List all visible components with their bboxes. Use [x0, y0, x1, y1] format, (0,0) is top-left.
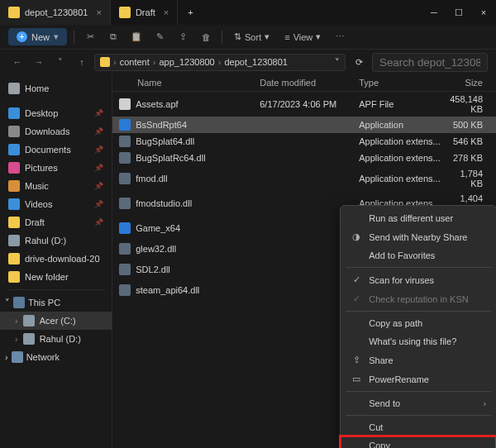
chevron-right-icon: ›: [113, 57, 117, 67]
context-item[interactable]: Run as different user: [341, 209, 496, 227]
share-button[interactable]: ⇪: [174, 28, 192, 46]
vid-icon: [8, 198, 20, 210]
back-button[interactable]: ←: [8, 53, 26, 71]
file-size: 546 KB: [450, 136, 489, 146]
file-row[interactable]: BugSplat64.dllApplication extens...546 K…: [112, 133, 496, 150]
sidebar-home[interactable]: Home: [0, 79, 112, 98]
cut-button[interactable]: ✂: [81, 28, 99, 46]
toolbar: + New ▾ ✂ ⧉ 📋 ✎ ⇪ 🗑 ⇅ Sort ▾ ≡ View ▾ ⋯: [0, 25, 496, 50]
file-name: fmodstudio.dll: [136, 198, 192, 208]
col-date[interactable]: Date modified: [260, 78, 359, 88]
sidebar-network[interactable]: › Network: [0, 348, 112, 366]
file-size: 1,784 KB: [450, 169, 489, 188]
sidebar-item[interactable]: Documents📌: [0, 141, 112, 159]
context-item[interactable]: What's using this file?: [341, 332, 496, 350]
file-icon: [119, 136, 131, 147]
context-item[interactable]: Copy as path: [341, 314, 496, 332]
context-item[interactable]: ◑Send with Nearby Share: [341, 227, 496, 246]
file-row[interactable]: BugSplatRc64.dllApplication extens...278…: [112, 150, 496, 166]
sidebar-drive[interactable]: ›Acer (C:): [0, 312, 112, 330]
sidebar-item[interactable]: Downloads📌: [0, 122, 112, 141]
context-item[interactable]: ✓Scan for viruses: [341, 270, 496, 289]
view-icon: ≡: [284, 32, 289, 42]
crumb[interactable]: depot_1230801: [224, 57, 287, 67]
crumb[interactable]: content: [120, 57, 150, 67]
sidebar-item[interactable]: Pictures📌: [0, 159, 112, 177]
context-item[interactable]: ▭PowerRename: [341, 369, 496, 388]
new-tab-button[interactable]: +: [178, 0, 203, 25]
close-icon[interactable]: ×: [164, 7, 169, 17]
delete-button[interactable]: 🗑: [197, 28, 215, 46]
col-size[interactable]: Size: [450, 78, 489, 88]
sidebar-item[interactable]: Music📌: [0, 177, 112, 195]
tab-draft[interactable]: Draft ×: [111, 0, 178, 25]
recent-button[interactable]: ˅: [51, 53, 69, 71]
context-item[interactable]: Copy: [341, 436, 496, 448]
sidebar-label: Rahul (D:): [40, 334, 81, 344]
more-button[interactable]: ⋯: [331, 28, 349, 46]
chevron-right-icon: ›: [153, 57, 156, 67]
address-bar: ← → ˅ ↑ › content › app_1230800 › depot_…: [0, 50, 496, 74]
file-row[interactable]: BsSndRpt64Application500 KB: [112, 117, 496, 133]
menu-label: Scan for viruses: [369, 275, 434, 285]
new-button[interactable]: + New ▾: [8, 28, 67, 45]
sidebar-item[interactable]: drive-download-20: [0, 250, 112, 268]
view-button[interactable]: ≡ View ▾: [279, 29, 326, 45]
sidebar-item[interactable]: New folder: [0, 268, 112, 286]
tab-label: Draft: [136, 7, 155, 17]
file-name: glew32.dll: [136, 244, 176, 254]
paste-button[interactable]: 📋: [127, 28, 145, 46]
view-label: View: [293, 32, 313, 42]
tab-depot[interactable]: depot_1230801 ×: [0, 0, 111, 25]
tab-label: depot_1230801: [25, 7, 88, 17]
sidebar-item[interactable]: Videos📌: [0, 195, 112, 213]
fold-icon: [8, 217, 20, 228]
crumb[interactable]: app_1230800: [159, 57, 214, 67]
close-icon[interactable]: ×: [96, 7, 101, 17]
context-item[interactable]: Add to Favorites: [341, 246, 496, 265]
sidebar-thispc[interactable]: ˅ This PC: [0, 293, 112, 312]
search-input[interactable]: [372, 53, 488, 72]
chevron-right-icon: ›: [218, 57, 222, 67]
sidebar-item[interactable]: Rahul (D:): [0, 231, 112, 250]
file-row[interactable]: fmod.dllApplication extens...1,784 KB: [112, 166, 496, 191]
col-name[interactable]: Name: [119, 78, 260, 88]
context-item[interactable]: ⇪Share: [341, 350, 496, 369]
drive-icon: [23, 333, 35, 345]
refresh-button[interactable]: ⟳: [349, 57, 369, 68]
file-row[interactable]: Assets.apf6/17/2023 4:06 PMAPF File458,1…: [112, 92, 496, 117]
pin-icon: 📌: [94, 145, 103, 154]
rename-button[interactable]: ✎: [150, 28, 169, 46]
col-type[interactable]: Type: [359, 78, 450, 88]
minimize-button[interactable]: ─: [422, 0, 446, 25]
sort-label: Sort: [245, 32, 261, 42]
sidebar-drive[interactable]: ›Rahul (D:): [0, 330, 112, 348]
file-name: steam_api64.dll: [136, 285, 199, 295]
context-item[interactable]: Send to›: [341, 394, 496, 412]
chevron-right-icon: ›: [5, 352, 8, 362]
forward-button[interactable]: →: [30, 53, 48, 71]
sidebar-item[interactable]: Desktop📌: [0, 104, 112, 122]
context-item[interactable]: Cut: [341, 418, 496, 436]
drv-icon: [8, 235, 20, 246]
maximize-button[interactable]: ☐: [446, 0, 471, 25]
sort-button[interactable]: ⇅ Sort ▾: [229, 29, 274, 45]
sidebar-label: Downloads: [25, 126, 69, 136]
file-icon: [119, 173, 131, 184]
breadcrumb[interactable]: › content › app_1230800 › depot_1230801 …: [94, 54, 346, 71]
up-button[interactable]: ↑: [73, 53, 91, 71]
sidebar-label: Home: [25, 83, 49, 93]
sidebar-label: Rahul (D:): [25, 236, 66, 245]
chevron-down-icon[interactable]: ˅: [335, 57, 340, 68]
context-item[interactable]: ✓Check reputation in KSN: [341, 289, 496, 308]
file-name: Assets.apf: [136, 99, 178, 109]
file-type: Application extens...: [359, 136, 450, 146]
window-controls: ─ ☐ ×: [422, 0, 496, 25]
copy-button[interactable]: ⧉: [104, 28, 122, 46]
file-type: Application extens...: [359, 153, 450, 163]
close-button[interactable]: ×: [471, 0, 496, 25]
sidebar-item[interactable]: Draft📌: [0, 213, 112, 231]
file-icon: [119, 98, 131, 110]
chevron-right-icon: ›: [15, 334, 18, 344]
file-type: Application extens...: [359, 174, 450, 183]
